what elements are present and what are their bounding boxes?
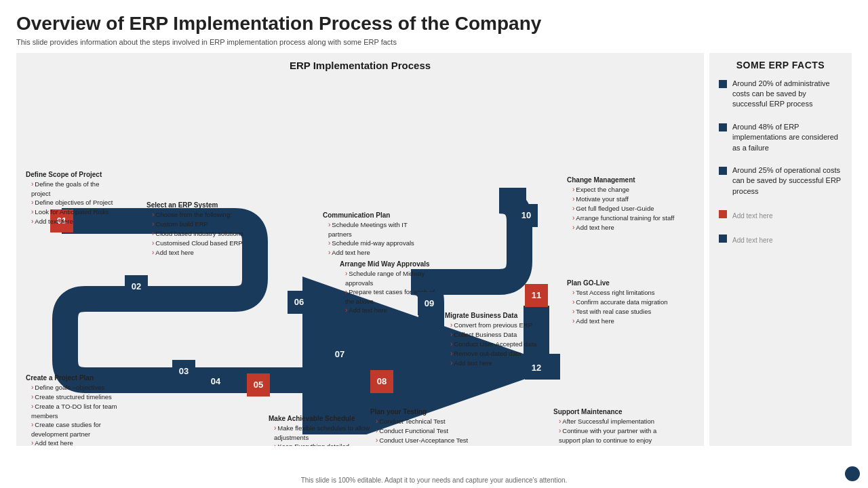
erp-process-title: ERP Implementation Process	[24, 60, 696, 71]
fact-item-4: Add text here	[719, 209, 842, 221]
step-06-label: Select an ERP System Choose from the fol…	[146, 201, 248, 258]
erp-facts-title: SOME ERP FACTS	[719, 60, 842, 70]
step-10-box: 10	[515, 204, 538, 227]
step-06-box: 06	[288, 291, 311, 314]
step-11-label: Plan GO-Live Test Access right limitatio…	[567, 279, 672, 326]
fact-text-1: Around 20% of administrative costs can b…	[732, 79, 842, 110]
step-08-box: 08	[370, 370, 393, 393]
fact-item-2: Around 48% of ERP implementations are co…	[719, 122, 842, 153]
step-12-label: Support Maintenance After Successful imp…	[553, 407, 662, 446]
page-subtitle: This slide provides information about th…	[16, 38, 852, 46]
communication-plan-label: Communication Plan Schedule Meetings wit…	[323, 211, 428, 258]
step-12-box: 12	[525, 357, 548, 380]
erp-process-section: ERP Implementation Process	[16, 53, 704, 446]
step-03-box: 03	[172, 360, 195, 383]
footer-text: This slide is 100% editable. Adapt it to…	[197, 476, 671, 484]
step-07-box: 07	[328, 343, 351, 366]
process-map: 01 Define Scope of Project Define the go…	[24, 75, 696, 434]
step-08-label: Plan your Testing Conduct Technical Test…	[370, 407, 475, 446]
fact-item-5: Add text here	[719, 233, 842, 245]
step-09-box: 09	[418, 292, 441, 315]
step-11-box: 11	[525, 284, 548, 307]
step-02-box: 02	[125, 275, 148, 298]
step-01-label: Define Scope of Project Define the goals…	[26, 170, 114, 226]
step-05-label: Make Achievable Schedule Make flexible s…	[269, 414, 370, 446]
fact-text-2: Around 48% of ERP implementations are co…	[732, 122, 842, 153]
step-10-label: Change Management Expect the change Moti…	[567, 176, 675, 232]
fact-bullet-1	[719, 80, 727, 88]
fact-text-3: Around 25% of operational costs can be s…	[732, 165, 842, 197]
slide-container: Overview of ERP Implementation Process o…	[0, 0, 868, 488]
step-03-label: Create a Project Plan Define goals –obje…	[26, 373, 124, 446]
page-title: Overview of ERP Implementation Process o…	[16, 12, 852, 35]
fact-item-1: Around 20% of administrative costs can b…	[719, 79, 842, 110]
fact-bullet-5	[719, 235, 727, 243]
fact-bullet-2	[719, 123, 727, 131]
step-04-box: 04	[204, 370, 227, 393]
fact-text-5: Add text here	[732, 236, 772, 245]
fact-bullet-4	[719, 210, 727, 218]
content-area: ERP Implementation Process	[16, 53, 852, 446]
fact-bullet-3	[719, 167, 727, 175]
step-05-box: 05	[247, 373, 270, 396]
fact-text-4: Add text here	[732, 211, 772, 221]
fact-item-3: Around 25% of operational costs can be s…	[719, 165, 842, 197]
circle-decoration	[845, 466, 860, 481]
erp-facts-section: SOME ERP FACTS Around 20% of administrat…	[709, 53, 852, 446]
